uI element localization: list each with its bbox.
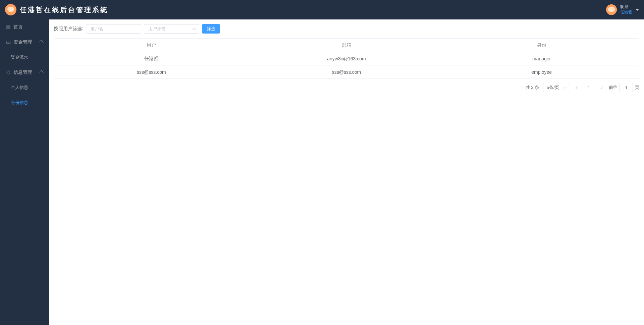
sidebar-subitem-identity[interactable]: 身份信息 [0,95,49,110]
cell-email: sss@sss.com [249,65,444,79]
next-page-button[interactable] [597,84,605,92]
total-text: 共 2 条 [526,85,539,91]
chevron-left-icon [576,86,579,89]
jump-prefix: 前往 [609,85,618,91]
filter-button[interactable]: 筛选 [202,24,220,34]
app-title: 任港哲在线后台管理系统 [20,5,108,14]
prev-page-button[interactable] [573,84,581,92]
sidebar-item-funds[interactable]: 资金管理 [0,35,49,50]
identity-select[interactable]: 用户身份 [144,24,199,34]
sidebar-item-home[interactable]: 首页 [0,19,49,35]
user-dropdown[interactable]: 欢迎 任港哲 [606,4,639,15]
table-row[interactable]: 任港哲 anyw3c@163.com manager [54,52,639,65]
cell-user: sss@sss.com [54,65,249,79]
chevron-up-icon [39,40,44,44]
sidebar-subitem-personal[interactable]: 个人信息 [0,80,49,95]
page-size-select[interactable]: 5条/页 [543,83,569,92]
sidebar-item-label: 资金管理 [13,39,32,45]
jump-suffix: 页 [635,85,639,91]
welcome-text: 欢迎 [620,4,632,10]
chevron-up-icon [39,70,44,74]
chevron-down-icon [636,9,639,11]
user-avatar [606,4,617,15]
col-email: 邮箱 [249,39,444,52]
app-logo-avatar [5,4,16,15]
main-content: 按照用户筛选: 用户身份 筛选 用户 邮箱 身份 任港哲 anyw3c@163.… [49,19,644,325]
home-icon [6,25,11,30]
sidebar-subitem-funds-flow[interactable]: 资金流水 [0,50,49,65]
cell-user: 任港哲 [54,52,249,65]
col-user: 用户 [54,39,249,52]
page-number[interactable]: 1 [585,85,593,90]
pagination: 共 2 条 5条/页 1 前往 页 [54,83,639,92]
svg-rect-1 [7,27,10,28]
table-row[interactable]: sss@sss.com sss@sss.com employee [54,65,639,79]
filter-row: 按照用户筛选: 用户身份 筛选 [54,24,639,34]
jump-to-page: 前往 页 [609,83,639,92]
cell-email: anyw3c@163.com [249,52,444,65]
table-header-row: 用户 邮箱 身份 [54,39,639,52]
svg-rect-2 [7,28,10,29]
sidebar-item-label: 身份信息 [11,100,28,106]
sidebar-item-info[interactable]: 信息管理 [0,65,49,80]
gear-icon [6,70,11,75]
svg-rect-0 [7,25,10,26]
page-size-text: 5条/页 [547,85,559,91]
col-identity: 身份 [444,39,639,52]
filter-label: 按照用户筛选: [54,26,83,32]
chevron-down-icon [192,26,196,30]
sidebar-item-label: 首页 [13,24,23,30]
jump-input[interactable] [620,83,633,92]
cell-identity: manager [444,52,639,65]
header-left: 任港哲在线后台管理系统 [5,4,108,15]
svg-point-5 [8,72,9,73]
sidebar-item-label: 信息管理 [13,69,32,75]
money-icon [6,40,11,45]
sidebar: 首页 资金管理 资金流水 信息管理 个人信息 [0,19,49,325]
username-input[interactable] [86,24,141,34]
svg-rect-3 [6,41,10,43]
welcome-block: 欢迎 任港哲 [620,4,632,15]
select-placeholder: 用户身份 [148,26,166,32]
cell-identity: employee [444,65,639,79]
sidebar-item-label: 资金流水 [11,54,28,60]
chevron-down-icon [564,86,567,89]
svg-point-4 [8,42,9,43]
welcome-name: 任港哲 [620,10,632,15]
chevron-right-icon [599,86,602,89]
app-header: 任港哲在线后台管理系统 欢迎 任港哲 [0,0,644,19]
data-table: 用户 邮箱 身份 任港哲 anyw3c@163.com manager sss@… [54,38,639,79]
sidebar-item-label: 个人信息 [11,85,28,91]
